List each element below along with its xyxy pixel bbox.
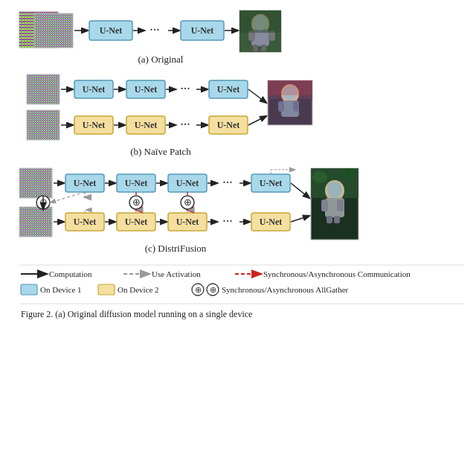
svg-text:U-Net: U-Net [125,217,148,227]
svg-point-115 [341,168,355,179]
svg-rect-111 [327,216,332,223]
svg-rect-140 [21,284,37,295]
svg-rect-73 [19,168,52,198]
svg-text:Synchronous/Asynchronous AllGa: Synchronous/Asynchronous AllGather [222,285,349,294]
svg-point-113 [327,182,342,198]
svg-text:On Device 1: On Device 1 [40,285,82,294]
svg-text:U-Net: U-Net [100,25,123,36]
svg-text:U-Net: U-Net [260,178,283,188]
svg-text:(b) Naïve Patch: (b) Naïve Patch [130,146,191,157]
svg-text:U-Net: U-Net [176,217,199,227]
svg-text:···: ··· [149,22,160,37]
svg-rect-34 [261,45,266,51]
svg-text:Synchronous/Asynchronous Commu: Synchronous/Asynchronous Communication [263,269,411,278]
svg-text:U-Net: U-Net [217,120,240,130]
svg-text:U-Net: U-Net [176,178,199,188]
svg-rect-69 [293,101,299,112]
svg-text:U-Net: U-Net [135,120,158,130]
svg-text:Figure 2.  (a) Original diffus: Figure 2. (a) Original diffusion model r… [21,309,252,319]
svg-rect-112 [334,216,340,223]
svg-text:···: ··· [180,117,190,132]
svg-rect-110 [337,200,344,211]
diagram-svg: /* noise drawn below */ [12,6,464,363]
svg-line-63 [248,116,266,125]
svg-rect-38 [27,74,60,104]
svg-text:U-Net: U-Net [74,178,97,188]
svg-point-114 [312,171,327,183]
svg-rect-36 [239,10,281,33]
svg-text:⊕: ⊕ [184,197,192,208]
svg-line-120 [51,192,85,202]
svg-text:U-Net: U-Net [191,25,214,36]
svg-rect-71 [268,80,312,95]
svg-text:U-Net: U-Net [83,120,106,130]
svg-text:U-Net: U-Net [217,84,240,95]
svg-text:U-Net: U-Net [125,178,148,188]
svg-text:···: ··· [222,214,233,229]
svg-rect-51 [27,110,60,140]
svg-rect-68 [278,101,284,112]
main-container: /* noise drawn below */ [0,0,476,466]
svg-rect-142 [98,284,115,295]
svg-text:U-Net: U-Net [135,84,158,95]
svg-text:⊕: ⊕ [195,285,202,294]
svg-text:···: ··· [222,175,233,190]
svg-line-88 [291,183,309,198]
svg-rect-89 [19,207,52,237]
svg-rect-33 [253,45,258,51]
svg-text:···: ··· [180,81,190,96]
svg-text:On Device 2: On Device 2 [118,285,159,294]
svg-text:U-Net: U-Net [74,217,97,227]
svg-text:⊕: ⊕ [210,285,216,294]
svg-line-104 [291,216,309,222]
svg-rect-109 [321,200,328,211]
svg-text:(c) DistriFusion: (c) DistriFusion [145,243,207,254]
svg-rect-17 [34,13,73,48]
svg-text:U-Net: U-Net [260,217,283,227]
svg-text:⊕: ⊕ [132,197,141,208]
svg-text:Computation: Computation [49,269,92,278]
svg-text:Use Activation: Use Activation [152,269,201,278]
svg-text:U-Net: U-Net [83,84,106,95]
svg-line-50 [248,89,266,103]
svg-text:(a) Original: (a) Original [138,54,183,65]
